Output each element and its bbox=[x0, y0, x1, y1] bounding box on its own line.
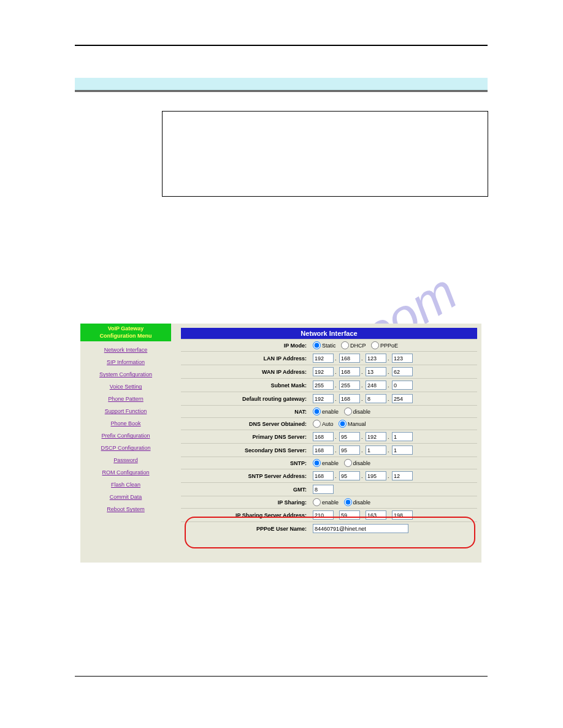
row-sntp-server: SNTP Server Address: . . . bbox=[181, 469, 477, 483]
sntp-oct-1[interactable] bbox=[313, 471, 334, 480]
label-gateway: Default routing gateway: bbox=[181, 392, 310, 406]
sidebar-item-prefix-configuration[interactable]: Prefix Configuration bbox=[80, 430, 171, 442]
embedded-screenshot: VoIP Gateway Configuration Menu Network … bbox=[80, 324, 481, 563]
dns1-oct-2[interactable] bbox=[339, 432, 360, 441]
sidebar-links: Network Interface SIP Information System… bbox=[80, 341, 171, 515]
label-ip-sharing: IP Sharing: bbox=[181, 496, 310, 509]
sidebar-item-commit-data[interactable]: Commit Data bbox=[80, 491, 171, 503]
ipshare-oct-3[interactable] bbox=[366, 510, 386, 520]
radio-sntp-disable[interactable] bbox=[344, 459, 352, 467]
sidebar-item-reboot-system[interactable]: Reboot System bbox=[80, 503, 171, 515]
label-subnet-mask: Subnet Mask: bbox=[181, 379, 310, 392]
row-dns1: Primary DNS Server: . . . bbox=[181, 430, 477, 444]
sntp-oct-4[interactable] bbox=[392, 471, 413, 480]
row-sntp: SNTP: enable disable bbox=[181, 457, 477, 469]
label-dns1: Primary DNS Server: bbox=[181, 430, 310, 444]
radio-ipshare-enable[interactable] bbox=[313, 498, 321, 506]
lan-ip-oct-1[interactable] bbox=[313, 354, 334, 363]
config-table: IP Mode: Static DHCP PPPoE LAN IP Addres… bbox=[181, 339, 477, 535]
lan-ip-oct-3[interactable] bbox=[366, 354, 386, 363]
radio-label-ipshare-disable: disable bbox=[353, 499, 371, 506]
label-sntp: SNTP: bbox=[181, 457, 310, 469]
sidebar-item-support-function[interactable]: Support Function bbox=[80, 405, 171, 417]
lan-ip-oct-2[interactable] bbox=[339, 354, 360, 363]
ipshare-oct-2[interactable] bbox=[339, 510, 360, 520]
gateway-oct-3[interactable] bbox=[366, 394, 386, 403]
radio-label-pppoe: PPPoE bbox=[380, 343, 398, 349]
wan-ip-oct-2[interactable] bbox=[339, 367, 360, 376]
sidebar-item-phone-pattern[interactable]: Phone Pattern bbox=[80, 393, 171, 405]
ipshare-oct-1[interactable] bbox=[313, 510, 334, 520]
dns2-oct-4[interactable] bbox=[392, 446, 413, 455]
radio-nat-disable[interactable] bbox=[344, 408, 352, 415]
row-ip-sharing-server: IP Sharing Server Address: . . . bbox=[181, 509, 477, 522]
sidebar: VoIP Gateway Configuration Menu Network … bbox=[80, 324, 171, 563]
header-rule bbox=[75, 45, 488, 46]
label-gmt: GMT: bbox=[181, 483, 310, 496]
mask-oct-3[interactable] bbox=[366, 381, 386, 390]
sidebar-title-line1: VoIP Gateway bbox=[80, 325, 171, 333]
mask-oct-4[interactable] bbox=[392, 381, 413, 390]
mask-oct-2[interactable] bbox=[339, 381, 360, 390]
gateway-oct-4[interactable] bbox=[392, 394, 413, 403]
row-subnet-mask: Subnet Mask: . . . bbox=[181, 379, 477, 392]
radio-ip-mode-dhcp[interactable] bbox=[341, 341, 349, 349]
radio-label-dhcp: DHCP bbox=[350, 343, 366, 349]
sidebar-title-line2: Configuration Menu bbox=[80, 333, 171, 340]
radio-label-static: Static bbox=[322, 343, 336, 349]
gmt-input[interactable] bbox=[313, 485, 334, 494]
wan-ip-oct-4[interactable] bbox=[392, 367, 413, 376]
radio-dns-auto[interactable] bbox=[313, 420, 321, 428]
dns2-oct-2[interactable] bbox=[339, 446, 360, 455]
radio-nat-enable[interactable] bbox=[313, 408, 321, 415]
row-ip-sharing: IP Sharing: enable disable bbox=[181, 496, 477, 509]
radio-sntp-enable[interactable] bbox=[313, 459, 321, 467]
dns2-oct-1[interactable] bbox=[313, 446, 334, 455]
radio-ip-mode-pppoe[interactable] bbox=[371, 341, 379, 349]
radio-label-sntp-disable: disable bbox=[353, 460, 371, 466]
sidebar-item-voice-setting[interactable]: Voice Setting bbox=[80, 381, 171, 393]
mask-oct-1[interactable] bbox=[313, 381, 334, 390]
label-ip-sharing-server: IP Sharing Server Address: bbox=[181, 509, 310, 522]
dns1-oct-3[interactable] bbox=[366, 432, 386, 441]
panel-title: Network Interface bbox=[181, 328, 477, 339]
gateway-oct-2[interactable] bbox=[339, 394, 360, 403]
sntp-oct-3[interactable] bbox=[366, 471, 386, 480]
wan-ip-oct-3[interactable] bbox=[366, 367, 386, 376]
row-dns-obtained: DNS Server Obtained: Auto Manual bbox=[181, 418, 477, 430]
dns1-oct-1[interactable] bbox=[313, 432, 334, 441]
gateway-oct-1[interactable] bbox=[313, 394, 334, 403]
lan-ip-oct-4[interactable] bbox=[392, 354, 413, 363]
radio-label-nat-disable: disable bbox=[353, 409, 371, 415]
sidebar-item-system-configuration[interactable]: System Configuration bbox=[80, 368, 171, 381]
sidebar-item-sip-information[interactable]: SIP Information bbox=[80, 356, 171, 368]
wan-ip-oct-1[interactable] bbox=[313, 367, 334, 376]
row-gmt: GMT: bbox=[181, 483, 477, 496]
sidebar-header: VoIP Gateway Configuration Menu bbox=[80, 324, 171, 341]
label-ip-mode: IP Mode: bbox=[181, 339, 310, 352]
radio-label-dns-auto: Auto bbox=[322, 421, 334, 427]
sidebar-item-password[interactable]: Password bbox=[80, 454, 171, 466]
dns1-oct-4[interactable] bbox=[392, 432, 413, 441]
sidebar-item-flash-clean[interactable]: Flash Clean bbox=[80, 479, 171, 491]
sidebar-item-dscp-configuration[interactable]: DSCP Configuration bbox=[80, 442, 171, 454]
sidebar-item-network-interface[interactable]: Network Interface bbox=[80, 344, 171, 356]
content-box bbox=[162, 111, 488, 197]
radio-ip-mode-static[interactable] bbox=[313, 341, 321, 349]
ipshare-oct-4[interactable] bbox=[392, 510, 413, 520]
radio-ipshare-disable[interactable] bbox=[344, 498, 352, 506]
radio-dns-manual[interactable] bbox=[339, 420, 347, 428]
sidebar-item-phone-book[interactable]: Phone Book bbox=[80, 417, 171, 430]
row-gateway: Default routing gateway: . . . bbox=[181, 392, 477, 406]
radio-label-sntp-enable: enable bbox=[322, 460, 339, 466]
label-pppoe-user: PPPoE User Name: bbox=[181, 522, 310, 536]
label-dns2: Secondary DNS Server: bbox=[181, 444, 310, 457]
section-banner bbox=[75, 78, 488, 90]
main-panel: Network Interface IP Mode: Static DHCP P… bbox=[181, 328, 477, 535]
sntp-oct-2[interactable] bbox=[339, 471, 360, 480]
label-dns-obtained: DNS Server Obtained: bbox=[181, 418, 310, 430]
pppoe-user-input[interactable] bbox=[313, 524, 408, 533]
section-double-rule bbox=[75, 90, 488, 92]
sidebar-item-rom-configuration[interactable]: ROM Configuration bbox=[80, 466, 171, 479]
dns2-oct-3[interactable] bbox=[366, 446, 386, 455]
